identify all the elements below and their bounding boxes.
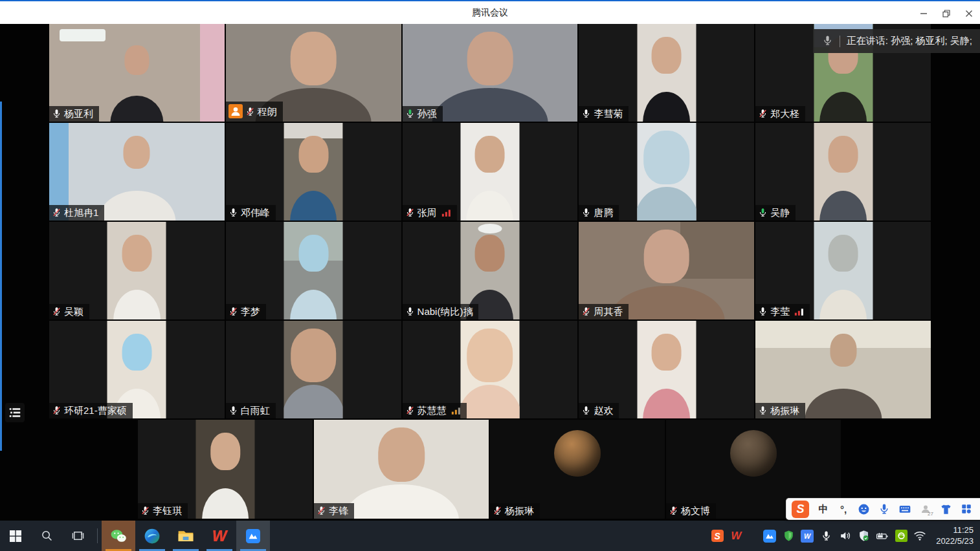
person-silhouette-body xyxy=(819,191,867,221)
participant-name: 李钰琪 xyxy=(153,506,182,515)
mic-blue-icon[interactable] xyxy=(878,502,890,516)
participant-name: 张周 xyxy=(418,208,437,217)
start-button[interactable] xyxy=(0,521,31,551)
taskbar-clock[interactable]: 11:25 2022/5/23 xyxy=(932,525,974,547)
profile-icon[interactable]: 27 xyxy=(920,502,931,516)
mic-icon xyxy=(822,35,833,48)
folder-icon xyxy=(177,527,195,545)
title-bar: 腾讯会议 xyxy=(0,0,980,24)
shield-green-icon[interactable] xyxy=(782,530,795,543)
mic-on-icon xyxy=(581,405,591,415)
video-tile[interactable]: 吴颖 xyxy=(49,222,225,319)
person-silhouette-body xyxy=(98,191,175,221)
video-tile[interactable]: 杜旭冉1 xyxy=(49,123,225,221)
person-silhouette-body xyxy=(202,488,249,519)
person-silhouette-head xyxy=(829,136,858,173)
clock-date: 2022/5/23 xyxy=(936,536,974,547)
taskbar-app-wps-office[interactable]: W xyxy=(203,521,236,551)
emoji-icon[interactable] xyxy=(858,502,870,516)
tile-row: 吴颖李梦Nabi(纳比)摛周其香李莹 xyxy=(49,222,931,319)
participant-nameplate: 吴静 xyxy=(755,205,796,221)
ime-lang-mode[interactable]: 中 xyxy=(818,502,829,516)
nvidia-icon[interactable] xyxy=(895,530,908,543)
mic-muted-icon xyxy=(669,506,678,515)
video-tile[interactable]: 李梦 xyxy=(226,222,401,319)
tencent-meeting-window: 腾讯会议 杨亚利程朗孙强李彗菊郑大柽杜旭冉1邓伟峰张周唐腾吴静吴颖李梦Nabi(… xyxy=(0,0,980,551)
participant-video xyxy=(637,24,696,122)
video-tile[interactable]: 李锋 xyxy=(314,420,489,519)
video-tile[interactable]: 李彗菊 xyxy=(579,24,754,122)
video-tile[interactable]: 李莹 xyxy=(755,222,931,319)
video-tile[interactable]: 邓伟峰 xyxy=(226,123,401,221)
video-tile[interactable]: Nabi(纳比)摛 xyxy=(403,222,578,319)
mic-speaking-icon xyxy=(758,208,768,217)
speaking-banner-text: 正在讲话: 孙强; 杨亚利; 吴静; xyxy=(847,35,972,47)
video-tile[interactable]: 李钰琪 xyxy=(138,420,313,519)
minimize-icon xyxy=(920,10,928,17)
mic-tray-icon[interactable] xyxy=(819,530,832,543)
person-silhouette-head xyxy=(291,32,337,85)
window-title: 腾讯会议 xyxy=(472,7,508,19)
taskbar-app-edge[interactable] xyxy=(135,521,169,551)
wifi-icon[interactable] xyxy=(913,530,926,543)
video-tile[interactable]: 苏慧慧 xyxy=(403,321,578,418)
video-tile[interactable]: 杨振琳 xyxy=(755,321,931,418)
taskbar: W SWW 11:25 2022/5/23 xyxy=(0,521,980,551)
participant-name: 杨振琳 xyxy=(770,405,799,415)
task-view-button[interactable] xyxy=(62,521,93,551)
participant-nameplate: 赵欢 xyxy=(579,403,619,418)
taskbar-app-tencent-meeting[interactable] xyxy=(236,521,270,551)
ime-punctuation[interactable]: °, xyxy=(838,502,849,516)
minimize-button[interactable] xyxy=(912,3,935,24)
sogou-logo-icon[interactable]: S xyxy=(792,501,809,518)
participant-video xyxy=(196,420,255,519)
taskbar-left: W xyxy=(0,521,270,551)
mic-on-icon xyxy=(52,109,61,118)
network-signal-icon xyxy=(794,307,804,316)
grid-icon[interactable] xyxy=(961,502,972,516)
video-tile[interactable]: 赵欢 xyxy=(579,321,754,418)
video-tile[interactable]: 白雨虹 xyxy=(226,321,401,418)
video-tile[interactable]: 孙强 xyxy=(403,24,578,122)
speaker-icon[interactable] xyxy=(838,530,851,543)
wps-red-icon[interactable]: W xyxy=(729,530,742,543)
person-silhouette-body xyxy=(290,191,337,221)
video-background-detail xyxy=(680,222,754,279)
video-tile[interactable]: 周其香 xyxy=(579,222,754,319)
participant-name: 孙强 xyxy=(418,109,437,118)
video-tile[interactable]: 杨振琳 xyxy=(490,420,665,519)
tile-row: 李钰琪李锋杨振琳杨文博 xyxy=(138,420,841,519)
participant-list-button[interactable] xyxy=(5,403,25,422)
meeting-tray-icon[interactable] xyxy=(763,530,776,543)
battery-icon[interactable] xyxy=(876,530,889,543)
ime-toolbar: S中°,27 xyxy=(786,498,980,520)
video-tile[interactable]: 张周 xyxy=(403,123,578,221)
restore-button[interactable] xyxy=(935,3,957,24)
mic-on-icon xyxy=(758,405,768,415)
participant-name: 杨文博 xyxy=(681,506,710,515)
taskbar-app-file-explorer[interactable] xyxy=(169,521,203,551)
video-tile[interactable]: 唐腾 xyxy=(579,123,754,221)
person-silhouette-head xyxy=(652,37,682,74)
video-tile[interactable]: 杨亚利 xyxy=(49,24,225,122)
search-button[interactable] xyxy=(31,521,62,551)
tshirt-icon[interactable] xyxy=(940,502,952,516)
mic-muted-icon xyxy=(228,307,238,316)
close-button[interactable] xyxy=(957,3,980,24)
tile-row: 杜旭冉1邓伟峰张周唐腾吴静 xyxy=(49,123,931,221)
person-silhouette-body xyxy=(467,191,514,221)
video-tile[interactable]: 程朗 xyxy=(226,24,401,122)
defender-icon[interactable] xyxy=(857,530,870,543)
participant-name: 杨亚利 xyxy=(64,109,93,118)
video-tile[interactable]: 吴静 xyxy=(755,123,931,221)
video-tile[interactable]: 环研21-曹家硕 xyxy=(49,321,225,418)
member-badge-icon xyxy=(228,104,243,118)
taskbar-app-wechat[interactable] xyxy=(102,521,135,551)
keyboard-icon[interactable] xyxy=(898,502,911,516)
pinned-apps: W xyxy=(102,521,270,551)
mic-muted-icon xyxy=(52,208,61,217)
person-silhouette-body xyxy=(290,290,337,319)
wps-blue-icon[interactable]: W xyxy=(801,530,814,543)
sogou-icon[interactable]: S xyxy=(711,530,724,543)
participant-video xyxy=(814,123,873,221)
